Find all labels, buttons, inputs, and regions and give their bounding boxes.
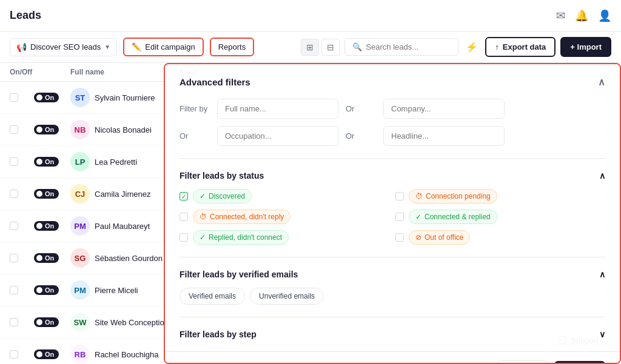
row-toggle[interactable]: On xyxy=(34,253,70,263)
lead-name: Site Web Conception xyxy=(95,318,169,327)
row-identity: LP Lea Pedretti xyxy=(70,152,180,171)
row-identity: SW Site Web Conception xyxy=(70,313,180,332)
avatar: PM xyxy=(70,280,90,300)
check-icon-2: ✓ xyxy=(415,213,421,221)
list-view-button[interactable]: ⊟ xyxy=(321,39,340,56)
email-chevron[interactable]: ∧ xyxy=(599,270,605,279)
row-identity: RB Rachel Bouchigha xyxy=(70,345,180,364)
row-toggle[interactable]: On xyxy=(34,125,70,134)
main-content: On/Off Full name Email On ST Sylvain Tou… xyxy=(0,63,621,364)
company-input[interactable] xyxy=(383,99,505,119)
grid-view-button[interactable]: ⊞ xyxy=(301,39,319,56)
status-item-replied-no-connect: ✓ Replied, didn't connect xyxy=(180,230,389,245)
avatar: SG xyxy=(70,248,90,268)
import-button[interactable]: + Import xyxy=(560,37,611,57)
user-icon[interactable]: 👤 xyxy=(598,9,611,22)
edit-icon: ✏️ xyxy=(132,42,141,51)
status-item-connected-replied: ✓ Connected & replied xyxy=(395,210,605,224)
lead-name: Lea Pedretti xyxy=(95,157,137,167)
row-checkbox[interactable] xyxy=(10,222,34,230)
badge-replied-no-connect[interactable]: ✓ Replied, didn't connect xyxy=(193,230,289,245)
filter-row-2: Or Or xyxy=(180,126,605,146)
filters-overlay: Advanced filters ∧ Filter by Or Or Or xyxy=(164,63,621,364)
status-checkbox-connected-no-reply[interactable] xyxy=(180,213,188,221)
status-item-connected-no-reply: ⏱ Connected, didn't reply xyxy=(180,210,389,224)
status-section-header: Filter leads by status ∧ xyxy=(180,171,605,180)
step-chevron[interactable]: ∨ xyxy=(599,329,605,339)
row-checkbox[interactable] xyxy=(10,350,34,359)
badge-connection-pending[interactable]: ⏱ Connection pending xyxy=(409,189,497,204)
row-toggle[interactable]: On xyxy=(34,189,70,199)
reports-button[interactable]: Reports xyxy=(210,38,255,56)
row-checkbox[interactable] xyxy=(10,190,34,198)
lead-name: Rachel Bouchigha xyxy=(95,350,159,359)
row-toggle[interactable]: On xyxy=(34,93,70,102)
email-section-header: Filter leads by verified emails ∧ xyxy=(180,270,605,279)
status-checkbox-out-of-office[interactable] xyxy=(395,233,404,242)
lead-name: Sylvain Tourniere xyxy=(95,93,155,102)
status-checkbox-replied-no-connect[interactable] xyxy=(180,233,188,242)
lead-name: Camila Jimenez xyxy=(95,190,150,199)
export-button[interactable]: ↑ Export data xyxy=(485,37,556,57)
export-icon: ↑ xyxy=(495,42,499,51)
badge-connected-replied[interactable]: ✓ Connected & replied xyxy=(409,210,497,224)
status-chevron[interactable]: ∧ xyxy=(599,171,605,180)
app-title: Leads xyxy=(10,9,41,22)
row-checkbox[interactable] xyxy=(10,254,34,262)
toolbar-right: ⊞ ⊟ 🔍 ⚡ ↑ Export data + Import xyxy=(301,37,611,57)
clock-icon: ⏱ xyxy=(415,192,423,200)
row-checkbox[interactable] xyxy=(10,93,34,102)
toolbar-left: 📢 Discover SEO leads ▼ ✏️ Edit campaign … xyxy=(10,38,254,56)
step-section: Filter leads by step ∨ xyxy=(180,329,605,339)
cancel-button[interactable]: Cancel xyxy=(498,360,548,364)
lead-name: Pierre Miceli xyxy=(95,286,138,295)
row-toggle[interactable]: On xyxy=(34,157,70,167)
bell-icon[interactable]: 🔔 xyxy=(575,9,588,22)
row-identity: PM Paul Maubareyt xyxy=(70,216,180,236)
campaign-dropdown[interactable]: 📢 Discover SEO leads ▼ xyxy=(10,38,117,56)
headline-input[interactable] xyxy=(383,126,505,146)
avatar: ST xyxy=(70,88,90,107)
row-checkbox[interactable] xyxy=(10,157,34,166)
or-label-1: Or xyxy=(346,104,376,113)
lead-name: Nicolas Bonadei xyxy=(95,125,152,134)
status-checkbox-discovered[interactable]: ✓ xyxy=(180,192,188,200)
check-icon: ✓ xyxy=(200,192,206,200)
avatar: NB xyxy=(70,120,90,139)
occupation-input[interactable] xyxy=(217,126,338,146)
row-identity: SG Sébastien Gourdon xyxy=(70,248,180,268)
apply-button[interactable]: Apply xyxy=(554,361,605,364)
col-avatar xyxy=(34,68,70,76)
unverified-emails-tag[interactable]: Unverified emails xyxy=(250,288,324,305)
email-section-title: Filter leads by verified emails xyxy=(180,270,298,279)
edit-campaign-button[interactable]: ✏️ Edit campaign xyxy=(123,38,203,56)
row-toggle[interactable]: On xyxy=(34,285,70,295)
advanced-filters-chevron[interactable]: ∧ xyxy=(598,76,605,88)
row-toggle[interactable]: On xyxy=(34,317,70,327)
oof-icon: ⊘ xyxy=(415,233,421,242)
divider-1 xyxy=(180,158,605,159)
fullname-input[interactable] xyxy=(217,99,338,119)
status-grid: ✓ ✓ Discovered ⏱ Connection pending xyxy=(180,189,605,245)
badge-discovered[interactable]: ✓ Discovered xyxy=(193,189,252,204)
row-toggle[interactable]: On xyxy=(34,349,70,359)
search-input[interactable] xyxy=(366,42,451,51)
status-section-title: Filter leads by status xyxy=(180,171,264,180)
row-checkbox[interactable] xyxy=(10,318,34,326)
search-icon: 🔍 xyxy=(352,42,362,51)
avatar: SW xyxy=(70,313,90,332)
status-checkbox-connected-replied[interactable] xyxy=(395,213,404,221)
col-fullname: Full name xyxy=(70,68,180,76)
email-section: Filter leads by verified emails ∧ Verifi… xyxy=(180,270,605,305)
row-toggle[interactable]: On xyxy=(34,221,70,231)
badge-out-of-office[interactable]: ⊘ Out of office xyxy=(409,230,470,245)
mail-icon[interactable]: ✉ xyxy=(556,9,565,22)
verified-emails-tag[interactable]: Verified emails xyxy=(180,288,245,305)
status-checkbox-connection-pending[interactable] xyxy=(395,192,404,200)
badge-connected-no-reply[interactable]: ⏱ Connected, didn't reply xyxy=(193,210,290,224)
status-item-out-of-office: ⊘ Out of office xyxy=(395,230,605,245)
row-checkbox[interactable] xyxy=(10,125,34,134)
filter-button[interactable]: ⚡ xyxy=(463,39,480,55)
row-identity: NB Nicolas Bonadei xyxy=(70,120,180,139)
row-checkbox[interactable] xyxy=(10,286,34,294)
